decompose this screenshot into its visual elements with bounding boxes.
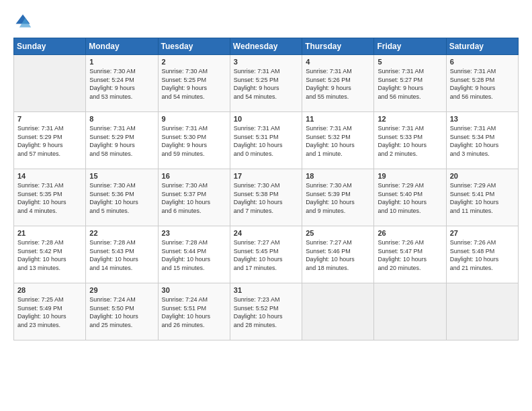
calendar: SundayMondayTuesdayWednesdayThursdayFrid… xyxy=(13,38,519,340)
day-cell: 5Sunrise: 7:31 AM Sunset: 5:27 PM Daylig… xyxy=(374,55,446,112)
day-info: Sunrise: 7:30 AM Sunset: 5:37 PM Dayligh… xyxy=(162,181,226,215)
day-info: Sunrise: 7:30 AM Sunset: 5:36 PM Dayligh… xyxy=(89,181,154,215)
day-cell: 22Sunrise: 7:28 AM Sunset: 5:43 PM Dayli… xyxy=(86,226,158,283)
day-number: 7 xyxy=(17,115,82,123)
day-info: Sunrise: 7:28 AM Sunset: 5:43 PM Dayligh… xyxy=(89,238,154,272)
day-info: Sunrise: 7:29 AM Sunset: 5:41 PM Dayligh… xyxy=(450,181,515,215)
weekday-header-wednesday: Wednesday xyxy=(230,38,302,55)
day-number: 29 xyxy=(89,286,154,294)
day-cell: 24Sunrise: 7:27 AM Sunset: 5:45 PM Dayli… xyxy=(230,226,302,283)
weekday-header-thursday: Thursday xyxy=(302,38,374,55)
day-number: 9 xyxy=(162,115,226,123)
day-number: 27 xyxy=(450,229,515,237)
day-number: 3 xyxy=(234,58,298,66)
day-info: Sunrise: 7:31 AM Sunset: 5:29 PM Dayligh… xyxy=(17,124,82,158)
day-number: 10 xyxy=(234,115,298,123)
day-cell: 4Sunrise: 7:31 AM Sunset: 5:26 PM Daylig… xyxy=(302,55,374,112)
day-number: 25 xyxy=(306,229,370,237)
day-info: Sunrise: 7:29 AM Sunset: 5:40 PM Dayligh… xyxy=(378,181,442,215)
day-number: 22 xyxy=(89,229,154,237)
day-cell: 18Sunrise: 7:30 AM Sunset: 5:39 PM Dayli… xyxy=(302,169,374,226)
day-info: Sunrise: 7:31 AM Sunset: 5:26 PM Dayligh… xyxy=(306,67,370,101)
day-info: Sunrise: 7:31 AM Sunset: 5:27 PM Dayligh… xyxy=(378,67,442,101)
day-cell xyxy=(302,283,374,340)
day-cell: 25Sunrise: 7:27 AM Sunset: 5:46 PM Dayli… xyxy=(302,226,374,283)
day-cell: 16Sunrise: 7:30 AM Sunset: 5:37 PM Dayli… xyxy=(158,169,230,226)
weekday-header-saturday: Saturday xyxy=(446,38,518,55)
day-number: 6 xyxy=(450,58,515,66)
day-cell: 27Sunrise: 7:26 AM Sunset: 5:48 PM Dayli… xyxy=(446,226,518,283)
day-number: 4 xyxy=(306,58,370,66)
day-info: Sunrise: 7:30 AM Sunset: 5:25 PM Dayligh… xyxy=(162,67,226,101)
day-cell: 8Sunrise: 7:31 AM Sunset: 5:29 PM Daylig… xyxy=(86,112,158,169)
day-cell: 10Sunrise: 7:31 AM Sunset: 5:31 PM Dayli… xyxy=(230,112,302,169)
day-info: Sunrise: 7:25 AM Sunset: 5:49 PM Dayligh… xyxy=(17,295,82,329)
day-cell: 1Sunrise: 7:30 AM Sunset: 5:24 PM Daylig… xyxy=(86,55,158,112)
day-cell: 11Sunrise: 7:31 AM Sunset: 5:32 PM Dayli… xyxy=(302,112,374,169)
day-cell: 7Sunrise: 7:31 AM Sunset: 5:29 PM Daylig… xyxy=(14,112,86,169)
day-number: 8 xyxy=(89,115,154,123)
day-info: Sunrise: 7:31 AM Sunset: 5:25 PM Dayligh… xyxy=(234,67,298,101)
day-cell: 26Sunrise: 7:26 AM Sunset: 5:47 PM Dayli… xyxy=(374,226,446,283)
day-cell: 23Sunrise: 7:28 AM Sunset: 5:44 PM Dayli… xyxy=(158,226,230,283)
day-info: Sunrise: 7:28 AM Sunset: 5:44 PM Dayligh… xyxy=(162,238,226,272)
day-info: Sunrise: 7:31 AM Sunset: 5:30 PM Dayligh… xyxy=(162,124,226,158)
day-info: Sunrise: 7:31 AM Sunset: 5:35 PM Dayligh… xyxy=(17,181,82,215)
weekday-header-row: SundayMondayTuesdayWednesdayThursdayFrid… xyxy=(14,38,519,55)
day-info: Sunrise: 7:26 AM Sunset: 5:47 PM Dayligh… xyxy=(378,238,442,272)
day-number: 13 xyxy=(450,115,515,123)
day-cell: 14Sunrise: 7:31 AM Sunset: 5:35 PM Dayli… xyxy=(14,169,86,226)
day-cell: 2Sunrise: 7:30 AM Sunset: 5:25 PM Daylig… xyxy=(158,55,230,112)
day-number: 24 xyxy=(234,229,298,237)
day-info: Sunrise: 7:26 AM Sunset: 5:48 PM Dayligh… xyxy=(450,238,515,272)
day-number: 15 xyxy=(89,172,154,180)
day-number: 19 xyxy=(378,172,442,180)
header xyxy=(13,12,519,31)
day-number: 26 xyxy=(378,229,442,237)
day-number: 14 xyxy=(17,172,82,180)
week-row-4: 21Sunrise: 7:28 AM Sunset: 5:42 PM Dayli… xyxy=(14,226,519,283)
week-row-5: 28Sunrise: 7:25 AM Sunset: 5:49 PM Dayli… xyxy=(14,283,519,340)
weekday-header-sunday: Sunday xyxy=(14,38,86,55)
day-cell: 9Sunrise: 7:31 AM Sunset: 5:30 PM Daylig… xyxy=(158,112,230,169)
day-number: 30 xyxy=(162,286,226,294)
day-cell: 20Sunrise: 7:29 AM Sunset: 5:41 PM Dayli… xyxy=(446,169,518,226)
day-cell: 17Sunrise: 7:30 AM Sunset: 5:38 PM Dayli… xyxy=(230,169,302,226)
day-info: Sunrise: 7:24 AM Sunset: 5:51 PM Dayligh… xyxy=(162,295,226,329)
day-number: 11 xyxy=(306,115,370,123)
day-cell: 31Sunrise: 7:23 AM Sunset: 5:52 PM Dayli… xyxy=(230,283,302,340)
day-number: 2 xyxy=(162,58,226,66)
day-info: Sunrise: 7:30 AM Sunset: 5:39 PM Dayligh… xyxy=(306,181,370,215)
day-number: 12 xyxy=(378,115,442,123)
page: SundayMondayTuesdayWednesdayThursdayFrid… xyxy=(0,0,532,411)
week-row-3: 14Sunrise: 7:31 AM Sunset: 5:35 PM Dayli… xyxy=(14,169,519,226)
day-info: Sunrise: 7:31 AM Sunset: 5:31 PM Dayligh… xyxy=(234,124,298,158)
day-number: 23 xyxy=(162,229,226,237)
day-cell: 19Sunrise: 7:29 AM Sunset: 5:40 PM Dayli… xyxy=(374,169,446,226)
day-number: 5 xyxy=(378,58,442,66)
day-number: 1 xyxy=(89,58,154,66)
logo xyxy=(13,12,35,31)
day-info: Sunrise: 7:31 AM Sunset: 5:33 PM Dayligh… xyxy=(378,124,442,158)
day-number: 28 xyxy=(17,286,82,294)
week-row-1: 1Sunrise: 7:30 AM Sunset: 5:24 PM Daylig… xyxy=(14,55,519,112)
day-cell: 21Sunrise: 7:28 AM Sunset: 5:42 PM Dayli… xyxy=(14,226,86,283)
day-info: Sunrise: 7:27 AM Sunset: 5:45 PM Dayligh… xyxy=(234,238,298,272)
day-cell: 6Sunrise: 7:31 AM Sunset: 5:28 PM Daylig… xyxy=(446,55,518,112)
day-info: Sunrise: 7:31 AM Sunset: 5:34 PM Dayligh… xyxy=(450,124,515,158)
day-info: Sunrise: 7:24 AM Sunset: 5:50 PM Dayligh… xyxy=(89,295,154,329)
weekday-header-tuesday: Tuesday xyxy=(158,38,230,55)
day-info: Sunrise: 7:31 AM Sunset: 5:32 PM Dayligh… xyxy=(306,124,370,158)
day-info: Sunrise: 7:31 AM Sunset: 5:29 PM Dayligh… xyxy=(89,124,154,158)
day-cell: 29Sunrise: 7:24 AM Sunset: 5:50 PM Dayli… xyxy=(86,283,158,340)
day-number: 16 xyxy=(162,172,226,180)
day-info: Sunrise: 7:31 AM Sunset: 5:28 PM Dayligh… xyxy=(450,67,515,101)
day-number: 31 xyxy=(234,286,298,294)
day-cell xyxy=(374,283,446,340)
day-info: Sunrise: 7:30 AM Sunset: 5:38 PM Dayligh… xyxy=(234,181,298,215)
day-info: Sunrise: 7:23 AM Sunset: 5:52 PM Dayligh… xyxy=(234,295,298,329)
day-cell xyxy=(14,55,86,112)
weekday-header-monday: Monday xyxy=(86,38,158,55)
day-info: Sunrise: 7:30 AM Sunset: 5:24 PM Dayligh… xyxy=(89,67,154,101)
day-number: 20 xyxy=(450,172,515,180)
